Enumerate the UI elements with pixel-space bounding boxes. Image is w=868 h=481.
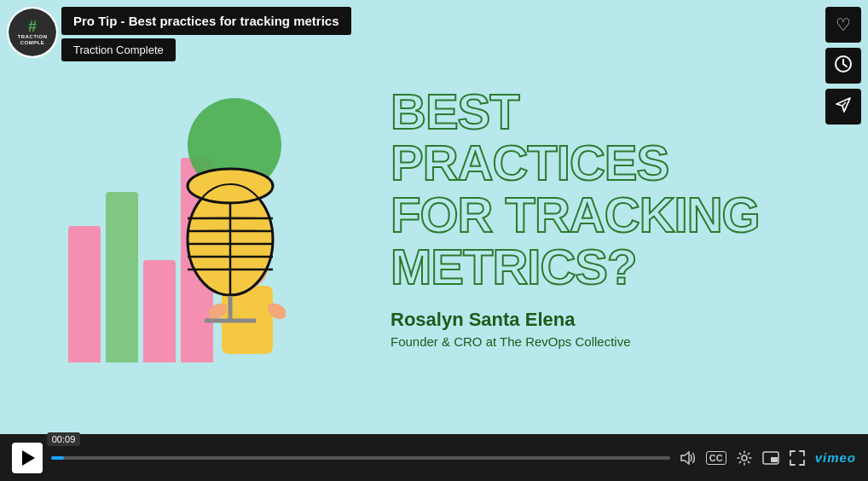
- like-button[interactable]: ♡: [825, 7, 861, 43]
- progress-fill: [51, 456, 64, 460]
- volume-button[interactable]: [679, 449, 696, 467]
- channel-name: Traction Complete: [61, 38, 176, 61]
- svg-line-21: [842, 102, 846, 106]
- progress-bar[interactable]: 00:09: [51, 456, 670, 460]
- heart-icon: ♡: [836, 14, 851, 35]
- microphone-illustration: [162, 154, 298, 345]
- illustration: [51, 72, 324, 362]
- title-block: Pro Tip - Best practices for tracking me…: [61, 7, 351, 61]
- main-heading: BEST PRACTICES FOR TRACKING METRICS?: [391, 85, 800, 293]
- time-tooltip: 00:09: [47, 432, 81, 446]
- pip-button[interactable]: [762, 451, 779, 465]
- svg-line-20: [843, 64, 847, 67]
- video-text-content: BEST PRACTICES FOR TRACKING METRICS? Ros…: [391, 85, 800, 349]
- share-icon: [835, 96, 852, 118]
- channel-logo[interactable]: # TRACTIONCOMPLE: [7, 7, 58, 58]
- logo-text: TRACTIONCOMPLE: [18, 34, 48, 46]
- svg-point-22: [742, 455, 747, 461]
- top-overlay: # TRACTIONCOMPLE Pro Tip - Best practice…: [7, 7, 351, 61]
- video-title: Pro Tip - Best practices for tracking me…: [61, 7, 351, 35]
- speaker-name: Rosalyn Santa Elena: [391, 309, 800, 331]
- svg-rect-24: [771, 457, 778, 462]
- video-player: BEST PRACTICES FOR TRACKING METRICS? Ros…: [0, 0, 868, 481]
- right-sidebar-icons: ♡: [825, 7, 861, 125]
- watch-later-button[interactable]: [825, 48, 861, 84]
- play-icon: [22, 450, 35, 466]
- control-icons: CC vimeo: [679, 449, 856, 467]
- fullscreen-button[interactable]: [790, 450, 805, 466]
- captions-button[interactable]: CC: [706, 451, 726, 465]
- play-button[interactable]: [12, 443, 43, 473]
- clock-icon: [834, 55, 853, 78]
- speaker-title: Founder & CRO at The RevOps Collective: [391, 334, 800, 349]
- bar-2: [106, 192, 138, 362]
- logo-hashtag: #: [28, 19, 37, 34]
- logo-inner: # TRACTIONCOMPLE: [9, 9, 56, 56]
- video-area: BEST PRACTICES FOR TRACKING METRICS? Ros…: [0, 0, 868, 434]
- vimeo-logo: vimeo: [815, 450, 856, 465]
- controls-bar: 00:09 CC: [0, 434, 868, 481]
- settings-button[interactable]: [737, 450, 752, 466]
- bar-1: [68, 226, 101, 362]
- share-button[interactable]: [825, 89, 861, 125]
